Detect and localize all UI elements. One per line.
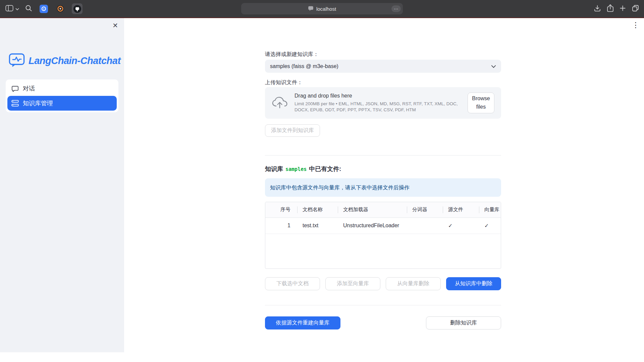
kb-selected-value: samples (faiss @ m3e-base) xyxy=(270,63,491,69)
dropzone-limit: Limit 200MB per file • EML, HTML, JSON, … xyxy=(294,101,462,113)
table-header-row: 序号 文档名称 文档加载器 分词器 源文件 向量库 xyxy=(265,202,501,218)
sidebar-close-icon[interactable]: ✕ xyxy=(112,22,118,29)
dropzone-title: Drag and drop files here xyxy=(294,93,462,99)
tab-overview-button[interactable] xyxy=(632,4,639,13)
heading-prefix: 知识库 xyxy=(265,166,285,172)
cell-loader: UnstructuredFileLoader xyxy=(338,218,407,234)
browser-toolbar: localhost ⋯ xyxy=(0,0,644,17)
nav-item-label: 对话 xyxy=(23,84,35,93)
cell-vector-store-check: ✓ xyxy=(479,218,501,234)
nav-item-label: 知识库管理 xyxy=(23,99,53,107)
col-header-index: 序号 xyxy=(265,202,297,218)
file-action-buttons: 下载选中文档 添加至向量库 从向量库删除 从知识库中删除 xyxy=(265,277,501,290)
toolbar-right-group xyxy=(594,0,639,17)
kb-select-label: 请选择或新建知识库： xyxy=(265,51,501,58)
col-header-doc-name: 文档名称 xyxy=(297,202,338,218)
col-header-splitter: 分词器 xyxy=(407,202,443,218)
info-banner: 知识库中包含源文件与向量库，请从下表中选择文件后操作 xyxy=(265,178,501,197)
password-extension-icon xyxy=(38,3,49,14)
nav-item-knowledge-base[interactable]: 知识库管理 xyxy=(7,96,117,111)
plus-icon xyxy=(620,5,626,12)
address-url: localhost xyxy=(316,6,336,12)
cell-doc-name: test.txt xyxy=(297,218,338,234)
file-dropzone[interactable]: Drag and drop files here Limit 200MB per… xyxy=(265,87,501,119)
chevron-down-icon xyxy=(15,6,19,11)
main-area: ⋮ 请选择或新建知识库： samples (faiss @ m3e-base) … xyxy=(124,18,644,362)
panel-toggle-icon xyxy=(5,5,13,12)
search-icon xyxy=(25,5,32,13)
site-favicon-icon xyxy=(308,5,314,12)
delete-kb-button[interactable]: 删除知识库 xyxy=(426,316,501,329)
app-menu-icon[interactable]: ⋮ xyxy=(632,21,639,29)
col-header-source-file: 源文件 xyxy=(443,202,479,218)
chevron-down-icon xyxy=(491,63,496,69)
kb-name-code: samples xyxy=(285,166,307,172)
kb-files-table: 序号 文档名称 文档加载器 分词器 源文件 向量库 1 test xyxy=(265,202,501,269)
browse-files-button[interactable]: Browse files xyxy=(468,93,494,113)
extension-github-button[interactable] xyxy=(72,3,83,14)
logo-text: LangChain-Chatchat xyxy=(29,55,121,66)
add-files-to-kb-button[interactable]: 添加文件到知识库 xyxy=(265,124,320,137)
heading-suffix: 中已有文件: xyxy=(307,166,341,172)
browser-window: localhost ⋯ xyxy=(0,0,644,362)
chat-bubble-icon xyxy=(11,85,19,92)
add-to-vector-store-button[interactable]: 添加至向量库 xyxy=(325,277,380,290)
upload-section-label: 上传知识文件： xyxy=(265,79,501,86)
downloads-button[interactable] xyxy=(594,5,601,13)
search-button[interactable] xyxy=(25,5,32,13)
col-header-vector-store: 向量库 xyxy=(479,202,501,218)
cell-splitter xyxy=(407,218,443,234)
logo-chat-bubble-icon xyxy=(9,53,25,69)
github-extension-icon xyxy=(72,3,83,14)
table-row[interactable]: 1 test.txt UnstructuredFileLoader ✓ ✓ xyxy=(265,218,501,234)
sidebar: ✕ LangChain-Chatchat xyxy=(0,18,124,362)
dropzone-texts: Drag and drop files here Limit 200MB per… xyxy=(294,93,468,113)
new-tab-button[interactable] xyxy=(620,5,626,12)
cell-source-file-check: ✓ xyxy=(443,218,479,234)
extension-password-button[interactable] xyxy=(38,3,49,14)
extension-recorder-button[interactable] xyxy=(55,3,66,14)
kb-selectbox[interactable]: samples (faiss @ m3e-base) xyxy=(265,60,501,73)
delete-from-kb-button[interactable]: 从知识库中删除 xyxy=(446,277,501,290)
rebuild-vector-store-button[interactable]: 依据源文件重建向量库 xyxy=(265,316,340,329)
page-body: ✕ LangChain-Chatchat xyxy=(0,18,644,362)
cell-index: 1 xyxy=(265,218,297,234)
sidebar-toggle-button[interactable] xyxy=(5,5,19,12)
divider xyxy=(265,155,501,156)
share-button[interactable] xyxy=(607,4,614,13)
bottom-strip xyxy=(0,352,644,362)
toolbar-left-group xyxy=(5,0,83,17)
main-content: 请选择或新建知识库： samples (faiss @ m3e-base) 上传… xyxy=(265,51,501,329)
sidebar-nav: 对话 知识库管理 xyxy=(6,79,118,112)
tabs-icon xyxy=(632,4,639,13)
kb-action-buttons: 依据源文件重建向量库 删除知识库 xyxy=(265,316,501,329)
recorder-extension-icon xyxy=(55,3,66,14)
remove-from-vector-store-button[interactable]: 从向量库删除 xyxy=(386,277,441,290)
download-icon xyxy=(594,5,601,13)
address-more-icon[interactable]: ⋯ xyxy=(391,5,401,12)
cloud-upload-icon xyxy=(272,96,288,110)
download-selected-button[interactable]: 下载选中文档 xyxy=(265,277,320,290)
address-bar[interactable]: localhost ⋯ xyxy=(241,3,403,14)
knowledge-base-icon xyxy=(11,100,19,107)
app-logo: LangChain-Chatchat xyxy=(9,53,124,69)
nav-item-dialogue[interactable]: 对话 xyxy=(7,81,117,96)
divider xyxy=(265,305,501,305)
kb-files-heading: 知识库 samples 中已有文件: xyxy=(265,165,501,173)
col-header-loader: 文档加载器 xyxy=(338,202,407,218)
share-icon xyxy=(607,4,614,13)
